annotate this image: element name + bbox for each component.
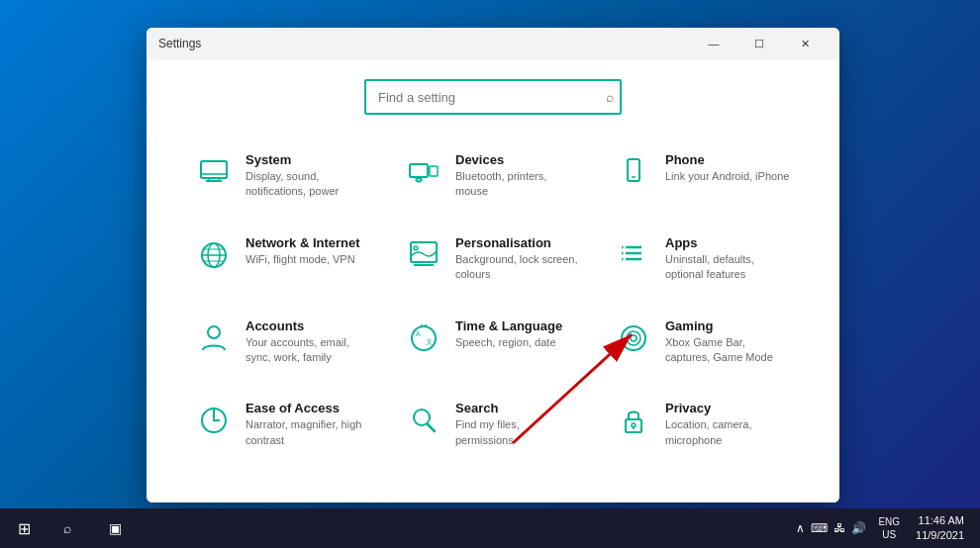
window-content: ⌕ System Display, sound, notifications, … [147, 59, 839, 502]
phone-text: Phone Link your Android, iPhone [665, 152, 789, 184]
svg-point-38 [632, 423, 636, 427]
time-icon: A 文 [406, 320, 441, 356]
taskbar-tray: ∧ ⌨ 🖧 🔊 ENG US 11:46 AM 11/9/2021 [796, 513, 980, 544]
settings-window: Settings — ☐ ✕ ⌕ [147, 28, 839, 502]
ease-icon [196, 403, 232, 438]
devices-title: Devices [455, 152, 580, 167]
settings-grid: System Display, sound, notifications, po… [186, 138, 800, 462]
search-text: Search Find my files, permissions [455, 401, 580, 448]
svg-rect-37 [626, 419, 641, 432]
taskbar-search-icon: ⌕ [63, 520, 71, 536]
personalisation-text: Personalisation Background, lock screen,… [455, 235, 580, 283]
accounts-text: Accounts Your accounts, email, sync, wor… [245, 319, 370, 366]
svg-rect-15 [411, 242, 437, 262]
devices-text: Devices Bluetooth, printers, mouse [455, 152, 580, 200]
apps-text: Apps Uninstall, defaults, optional featu… [665, 235, 790, 283]
start-button[interactable]: ⊞ [0, 508, 48, 548]
network-tray-icon[interactable]: 🖧 [833, 521, 845, 535]
personalisation-icon [406, 237, 441, 273]
privacy-icon [616, 403, 651, 438]
svg-point-16 [414, 246, 418, 250]
time-display: 11:46 AM [916, 513, 964, 528]
taskbar-app-windows[interactable]: ▣ [95, 508, 135, 548]
system-title: System [245, 152, 370, 167]
desktop: Settings — ☐ ✕ ⌕ [0, 0, 980, 548]
titlebar: Settings — ☐ ✕ [147, 28, 839, 59]
taskbar: ⊞ ⌕ ▣ ∧ ⌨ 🖧 🔊 ENG US 11:46 AM 11/9/2021 [0, 508, 980, 548]
date-display: 11/9/2021 [916, 528, 964, 543]
settings-item-ease[interactable]: Ease of Access Narrator, magnifier, high… [186, 387, 380, 462]
settings-item-gaming[interactable]: Gaming Xbox Game Bar, captures, Game Mod… [606, 305, 800, 380]
search-input[interactable] [364, 79, 622, 115]
network-icon [196, 237, 232, 273]
system-text: System Display, sound, notifications, po… [245, 152, 370, 200]
settings-item-time[interactable]: A 文 Time & Language Speech, region, date [396, 305, 590, 380]
keyboard-icon: ⌨ [811, 521, 828, 535]
personalisation-desc: Background, lock screen, colours [455, 252, 580, 283]
privacy-desc: Location, camera, microphone [665, 417, 790, 448]
tray-icons: ∧ ⌨ 🖧 🔊 [796, 521, 866, 535]
apps-icon [616, 237, 651, 273]
settings-item-devices[interactable]: Devices Bluetooth, printers, mouse [396, 138, 590, 214]
volume-icon[interactable]: 🔊 [851, 521, 866, 535]
svg-rect-5 [430, 166, 438, 176]
settings-item-network[interactable]: Network & Internet WiFi, flight mode, VP… [186, 222, 380, 297]
privacy-text: Privacy Location, camera, microphone [665, 401, 790, 448]
svg-point-24 [208, 326, 220, 338]
svg-point-31 [627, 331, 640, 345]
network-desc: WiFi, flight mode, VPN [245, 252, 360, 267]
taskbar-search-button[interactable]: ⌕ [48, 508, 87, 548]
accounts-icon [196, 320, 232, 356]
settings-item-system[interactable]: System Display, sound, notifications, po… [186, 138, 380, 214]
apps-desc: Uninstall, defaults, optional features [665, 252, 790, 283]
svg-rect-4 [410, 164, 428, 177]
accounts-title: Accounts [245, 319, 370, 333]
svg-text:文: 文 [426, 338, 433, 345]
privacy-title: Privacy [665, 401, 790, 415]
taskbar-apps: ▣ [87, 508, 796, 548]
accounts-desc: Your accounts, email, sync, work, family [245, 335, 370, 366]
settings-item-accounts[interactable]: Accounts Your accounts, email, sync, wor… [186, 305, 380, 380]
settings-item-search[interactable]: Search Find my files, permissions [396, 387, 590, 462]
system-desc: Display, sound, notifications, power [245, 169, 370, 200]
time-desc: Speech, region, date [455, 335, 562, 350]
settings-item-privacy[interactable]: Privacy Location, camera, microphone [606, 387, 800, 462]
window-controls: — ☐ ✕ [691, 28, 828, 59]
close-button[interactable]: ✕ [782, 28, 828, 59]
devices-icon [406, 154, 441, 190]
settings-item-apps[interactable]: Apps Uninstall, defaults, optional featu… [606, 222, 800, 297]
svg-point-30 [622, 326, 645, 350]
search-container: ⌕ [364, 79, 622, 115]
svg-point-35 [414, 410, 430, 425]
apps-title: Apps [665, 235, 790, 250]
svg-point-32 [631, 335, 637, 341]
devices-desc: Bluetooth, printers, mouse [455, 169, 580, 200]
minimize-button[interactable]: — [691, 28, 736, 59]
phone-icon [616, 154, 651, 190]
clock[interactable]: 11:46 AM 11/9/2021 [908, 513, 972, 544]
start-icon: ⊞ [18, 519, 31, 538]
svg-text:A: A [416, 330, 421, 337]
ease-title: Ease of Access [245, 401, 370, 415]
language-indicator: ENG US [878, 515, 900, 541]
maximize-button[interactable]: ☐ [736, 28, 782, 59]
svg-point-34 [213, 408, 216, 411]
chevron-icon[interactable]: ∧ [796, 521, 805, 535]
personalisation-title: Personalisation [455, 235, 580, 250]
gaming-desc: Xbox Game Bar, captures, Game Mode [665, 335, 790, 366]
gaming-text: Gaming Xbox Game Bar, captures, Game Mod… [665, 319, 790, 366]
settings-item-personalisation[interactable]: Personalisation Background, lock screen,… [396, 222, 590, 297]
settings-item-phone[interactable]: Phone Link your Android, iPhone [606, 138, 800, 214]
phone-desc: Link your Android, iPhone [665, 169, 789, 184]
search-icon: ⌕ [606, 89, 614, 105]
time-title: Time & Language [455, 319, 562, 333]
network-title: Network & Internet [245, 235, 360, 250]
ease-desc: Narrator, magnifier, high contrast [245, 417, 370, 448]
network-text: Network & Internet WiFi, flight mode, VP… [245, 235, 360, 267]
phone-title: Phone [665, 152, 789, 167]
time-text: Time & Language Speech, region, date [455, 319, 562, 350]
svg-rect-0 [201, 161, 227, 178]
system-icon [196, 154, 232, 190]
search-icon [406, 403, 441, 438]
gaming-title: Gaming [665, 319, 790, 333]
